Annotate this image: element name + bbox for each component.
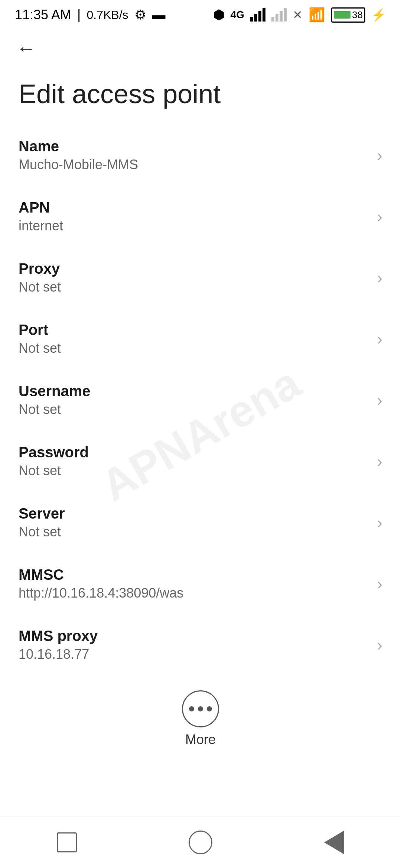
chevron-right-icon: › <box>377 269 382 287</box>
chevron-right-icon: › <box>377 452 382 471</box>
settings-value-username: Not set <box>19 402 369 417</box>
chevron-right-icon: › <box>377 330 382 348</box>
settings-value-mms-proxy: 10.16.18.77 <box>19 647 369 662</box>
gear-icon: ⚙ <box>134 7 146 23</box>
settings-value-password: Not set <box>19 463 369 479</box>
signal-bars-2-icon <box>271 8 287 22</box>
charging-icon: ⚡ <box>371 8 386 22</box>
settings-label-port: Port <box>19 322 369 338</box>
nav-home-button[interactable] <box>178 828 223 857</box>
chevron-right-icon: › <box>377 636 382 654</box>
page-title-container: Edit access point <box>0 67 401 125</box>
settings-label-apn: APN <box>19 199 369 216</box>
settings-item-password[interactable]: Password Not set › <box>0 431 401 492</box>
signal-bars-icon <box>250 8 265 22</box>
settings-label-proxy: Proxy <box>19 260 369 277</box>
chevron-right-icon: › <box>377 513 382 532</box>
no-signal-icon: ✕ <box>293 8 303 22</box>
settings-label-server: Server <box>19 505 369 522</box>
status-right: ⬢ 4G ✕ 📶 38 ⚡ <box>213 7 386 23</box>
settings-item-username[interactable]: Username Not set › <box>0 369 401 431</box>
settings-label-password: Password <box>19 444 369 461</box>
more-label: More <box>185 732 216 747</box>
chevron-right-icon: › <box>377 575 382 593</box>
status-speed: 0.7KB/s <box>87 8 128 22</box>
chevron-right-icon: › <box>377 146 382 165</box>
camera-icon: ▬ <box>152 7 166 23</box>
settings-item-name[interactable]: Name Mucho-Mobile-MMS › <box>0 125 401 186</box>
settings-value-apn: internet <box>19 218 369 234</box>
nav-bar <box>0 816 401 868</box>
settings-label-mmsc: MMSC <box>19 566 369 583</box>
settings-value-name: Mucho-Mobile-MMS <box>19 157 369 172</box>
settings-label-username: Username <box>19 383 369 400</box>
status-bar: 11:35 AM | 0.7KB/s ⚙ ▬ ⬢ 4G ✕ 📶 38 ⚡ <box>0 0 401 30</box>
settings-item-server[interactable]: Server Not set › <box>0 492 401 553</box>
back-icon <box>324 831 344 854</box>
more-button[interactable] <box>182 690 219 727</box>
page-title: Edit access point <box>19 78 382 110</box>
settings-value-server: Not set <box>19 524 369 540</box>
settings-item-proxy[interactable]: Proxy Not set › <box>0 247 401 308</box>
more-container: More <box>0 675 401 755</box>
bluetooth-icon: ⬢ <box>213 7 225 23</box>
battery-percent: 38 <box>352 9 363 21</box>
settings-value-mmsc: http://10.16.18.4:38090/was <box>19 585 369 601</box>
home-icon <box>189 831 212 854</box>
nav-recents-button[interactable] <box>45 828 89 857</box>
status-time: 11:35 AM <box>15 7 71 23</box>
chevron-right-icon: › <box>377 207 382 226</box>
status-left: 11:35 AM | 0.7KB/s ⚙ ▬ <box>15 7 166 23</box>
battery-icon: 38 <box>331 7 365 23</box>
settings-item-port[interactable]: Port Not set › <box>0 308 401 369</box>
more-dots-icon <box>189 706 212 711</box>
nav-back-button[interactable] <box>312 828 356 857</box>
settings-item-mms-proxy[interactable]: MMS proxy 10.16.18.77 › <box>0 614 401 675</box>
toolbar: ← <box>0 30 401 67</box>
settings-label-mms-proxy: MMS proxy <box>19 628 369 644</box>
settings-value-proxy: Not set <box>19 279 369 295</box>
settings-label-name: Name <box>19 138 369 155</box>
signal-4g-icon: 4G <box>231 9 244 21</box>
recents-icon <box>57 832 77 852</box>
chevron-right-icon: › <box>377 391 382 410</box>
settings-item-mmsc[interactable]: MMSC http://10.16.18.4:38090/was › <box>0 553 401 614</box>
status-separator: | <box>77 7 81 23</box>
back-button[interactable]: ← <box>15 37 37 59</box>
settings-item-apn[interactable]: APN internet › <box>0 186 401 247</box>
back-arrow-icon: ← <box>16 37 36 59</box>
settings-value-port: Not set <box>19 341 369 356</box>
settings-list: Name Mucho-Mobile-MMS › APN internet › P… <box>0 125 401 675</box>
wifi-icon: 📶 <box>309 7 325 23</box>
